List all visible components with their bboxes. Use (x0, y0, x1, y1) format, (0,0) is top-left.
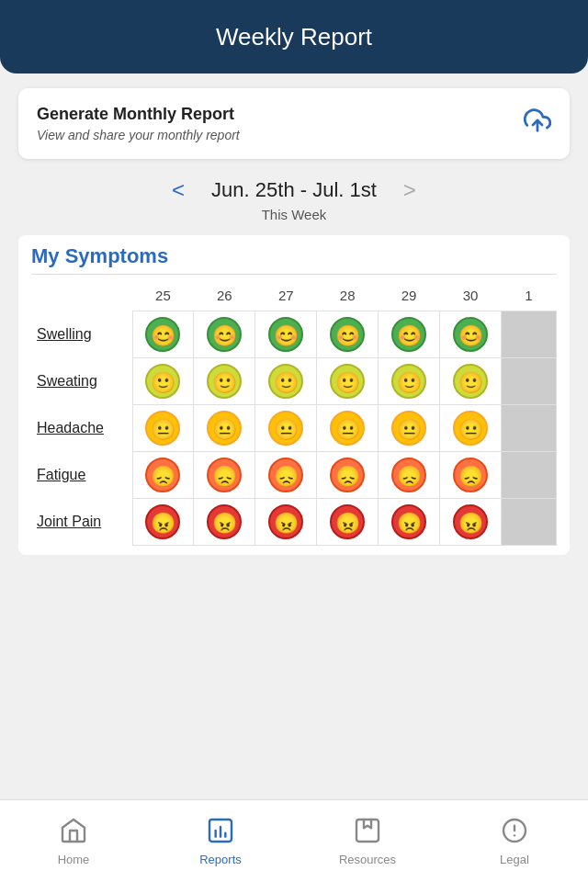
table-row: Sweating🙂🙂🙂🙂🙂🙂 (31, 358, 557, 405)
symptom-cell: 😊 (132, 311, 194, 358)
symptom-cell: 😊 (194, 311, 255, 358)
symptom-cell: 🙂 (317, 358, 379, 405)
symptom-cell: 😠 (132, 499, 194, 546)
nav-item-home[interactable]: Home (0, 808, 147, 874)
symptom-cell: 😠 (194, 499, 255, 546)
generate-report-card[interactable]: Generate Monthly Report View and share y… (18, 88, 570, 159)
symptoms-section: My Symptoms 25 26 27 28 29 30 1 Swelling… (18, 235, 570, 555)
resources-icon (353, 816, 382, 849)
table-row: Fatigue😞😞😞😞😞😞 (31, 452, 557, 499)
symptom-cell: 😞 (317, 452, 379, 499)
symptom-cell: 😐 (194, 405, 255, 452)
col-header-name (31, 280, 132, 311)
table-row: Headache😐😐😐😐😐😐 (31, 405, 557, 452)
symptom-cell (502, 311, 557, 358)
col-header-26: 26 (194, 280, 255, 311)
home-icon (59, 816, 88, 849)
week-navigation: < Jun. 25th - Jul. 1st > (18, 177, 570, 203)
symptom-cell: 😐 (440, 405, 502, 452)
symptom-name[interactable]: Fatigue (31, 452, 132, 499)
symptom-name[interactable]: Headache (31, 405, 132, 452)
symptom-cell (502, 452, 557, 499)
symptom-cell: 😞 (194, 452, 255, 499)
symptom-cell: 😊 (317, 311, 379, 358)
symptom-cell: 😐 (379, 405, 440, 452)
report-card-text: Generate Monthly Report View and share y… (37, 105, 240, 142)
app-header: Weekly Report (0, 0, 588, 74)
symptom-cell: 🙂 (255, 358, 317, 405)
table-header-row: 25 26 27 28 29 30 1 (31, 280, 557, 311)
col-header-30: 30 (440, 280, 502, 311)
col-header-27: 27 (255, 280, 317, 311)
col-header-1: 1 (502, 280, 557, 311)
symptom-cell: 😠 (379, 499, 440, 546)
col-header-29: 29 (379, 280, 440, 311)
symptom-cell: 😞 (255, 452, 317, 499)
nav-label-reports: Reports (199, 853, 242, 866)
nav-label-home: Home (58, 853, 90, 866)
nav-item-resources[interactable]: Resources (294, 808, 441, 874)
nav-item-reports[interactable]: Reports (147, 808, 294, 874)
report-card-subtitle: View and share your monthly report (37, 128, 240, 142)
symptom-cell: 😞 (132, 452, 194, 499)
symptom-cell: 😐 (132, 405, 194, 452)
report-card-title: Generate Monthly Report (37, 105, 240, 124)
symptom-cell: 😊 (440, 311, 502, 358)
nav-label-legal: Legal (500, 853, 529, 866)
symptom-cell: 😐 (255, 405, 317, 452)
symptom-cell: 🙂 (379, 358, 440, 405)
nav-label-resources: Resources (339, 853, 396, 866)
symptom-cell (502, 405, 557, 452)
symptom-name[interactable]: Sweating (31, 358, 132, 405)
symptom-cell: 😠 (317, 499, 379, 546)
symptom-cell: 😠 (255, 499, 317, 546)
symptom-cell: 😞 (440, 452, 502, 499)
symptom-cell (502, 358, 557, 405)
main-content: Generate Monthly Report View and share y… (0, 74, 588, 570)
week-range: Jun. 25th - Jul. 1st (211, 178, 377, 202)
next-week-button[interactable]: > (395, 177, 424, 203)
symptom-cell: 😊 (255, 311, 317, 358)
nav-item-legal[interactable]: Legal (441, 808, 588, 874)
symptom-cell: 🙂 (440, 358, 502, 405)
upload-icon (524, 107, 551, 141)
symptom-cell: 😊 (379, 311, 440, 358)
reports-icon (206, 816, 235, 849)
symptom-cell: 🙂 (194, 358, 255, 405)
symptom-cell: 😞 (379, 452, 440, 499)
prev-week-button[interactable]: < (164, 177, 193, 203)
symptoms-title: My Symptoms (31, 244, 557, 275)
symptoms-table: 25 26 27 28 29 30 1 Swelling😊😊😊😊😊😊Sweati… (31, 280, 557, 546)
bottom-navigation: Home Reports Resources (0, 799, 588, 882)
table-row: Swelling😊😊😊😊😊😊 (31, 311, 557, 358)
week-sublabel: This Week (18, 207, 570, 222)
symptom-cell: 🙂 (132, 358, 194, 405)
symptom-cell: 😠 (440, 499, 502, 546)
symptom-cell: 😐 (317, 405, 379, 452)
table-row: Joint Pain😠😠😠😠😠😠 (31, 499, 557, 546)
page-title: Weekly Report (216, 23, 372, 51)
symptom-cell (502, 499, 557, 546)
col-header-25: 25 (132, 280, 194, 311)
symptom-name[interactable]: Joint Pain (31, 499, 132, 546)
symptom-name[interactable]: Swelling (31, 311, 132, 358)
legal-icon (500, 816, 529, 849)
col-header-28: 28 (317, 280, 379, 311)
